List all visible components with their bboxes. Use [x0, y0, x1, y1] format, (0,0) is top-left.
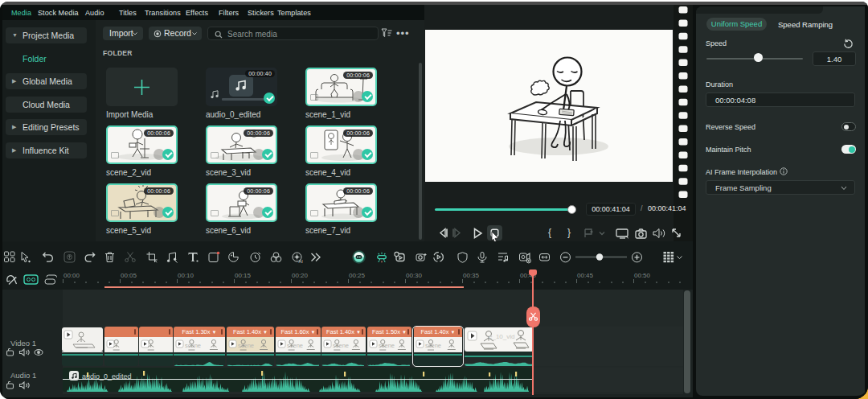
svg-text:e_10_vid: e_10_vid [489, 333, 514, 340]
svg-text:scene: scene [287, 342, 303, 349]
svg-text:scene: scene [185, 342, 201, 349]
svg-text:scene: scene [379, 342, 395, 349]
svg-text:scene: scene [333, 342, 349, 349]
svg-text:scene: scene [238, 342, 254, 349]
svg-text:AI: AI [299, 259, 304, 264]
